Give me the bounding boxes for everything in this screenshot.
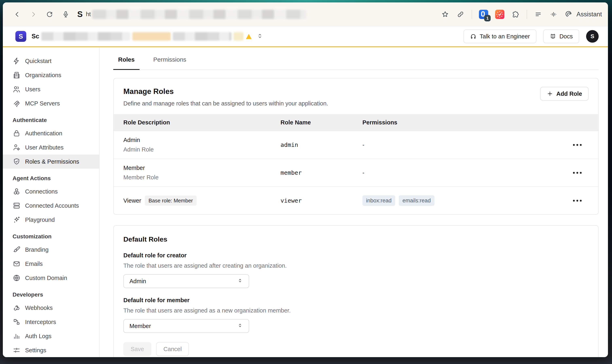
- member-role-select[interactable]: Member: [123, 319, 249, 333]
- microphone-icon[interactable]: [61, 10, 70, 19]
- permissions-empty: -: [362, 169, 565, 176]
- extensions-puzzle-icon[interactable]: [511, 10, 520, 19]
- app-logo[interactable]: S: [15, 31, 26, 42]
- role-row-viewer: Viewer Base role: Member viewer inbox:re…: [114, 186, 598, 214]
- paintbrush-icon: [13, 246, 21, 254]
- reading-list-icon[interactable]: [534, 10, 542, 19]
- chevron-up-down-icon: [256, 33, 263, 40]
- cubes-icon: [13, 187, 21, 195]
- manage-roles-card: Manage Roles Define and manage roles tha…: [113, 78, 599, 215]
- creator-role-description: The role that users are assigned after c…: [123, 262, 588, 269]
- role-name-text: Member: [123, 165, 280, 171]
- plus-icon: [547, 91, 553, 97]
- stacked-cards-icon: [13, 202, 21, 210]
- sidebar-item-playground[interactable]: Playground: [3, 213, 99, 227]
- url-redacted: [92, 10, 306, 19]
- sidebar-section-authenticate: Authenticate: [3, 114, 99, 126]
- extension-badge: 1: [484, 15, 491, 21]
- voice-waveform-icon[interactable]: [549, 10, 558, 19]
- row-menu-button[interactable]: [573, 200, 582, 202]
- default-roles-card: Default Roles Default role for creator T…: [113, 225, 599, 357]
- mail-icon: [13, 260, 21, 268]
- role-slug: admin: [280, 141, 362, 148]
- sidebar-item-quickstart[interactable]: Quickstart: [3, 54, 99, 68]
- row-menu-button[interactable]: [573, 172, 582, 174]
- sidebar-item-mcp-servers[interactable]: MCP Servers: [3, 96, 99, 110]
- users-icon: [13, 85, 21, 93]
- timer-extension-icon[interactable]: [495, 10, 504, 19]
- column-role-description: Role Description: [123, 119, 280, 126]
- docs-button[interactable]: Docs: [543, 29, 579, 43]
- sidebar-label: Auth Logs: [25, 333, 52, 339]
- row-menu-button[interactable]: [573, 144, 582, 146]
- desktop-wallpaper: S ht 1 Assistant: [0, 0, 612, 364]
- app-header: S Sc Talk to an Engineer Docs S: [3, 26, 608, 47]
- sidebar-item-branding[interactable]: Branding: [3, 243, 99, 257]
- chevron-up-down-icon: [237, 322, 243, 330]
- talk-button-label: Talk to an Engineer: [480, 33, 530, 40]
- add-role-button[interactable]: Add Role: [540, 87, 588, 101]
- env-badge-redacted: [132, 32, 171, 41]
- forward-icon[interactable]: [29, 10, 38, 19]
- sidebar-item-custom-domain[interactable]: Custom Domain: [3, 271, 99, 285]
- user-gear-icon: [13, 143, 21, 152]
- sidebar-item-connections[interactable]: Connections: [3, 184, 99, 199]
- sidebar-item-interceptors[interactable]: Interceptors: [3, 315, 99, 329]
- role-name-text: Viewer: [123, 197, 141, 204]
- sidebar-item-user-attributes[interactable]: User Attributes: [3, 140, 99, 155]
- assistant-button[interactable]: Assistant: [565, 10, 602, 19]
- warning-redacted: [233, 32, 244, 41]
- sidebar-item-webhooks[interactable]: Webhooks: [3, 301, 99, 315]
- sidebar-item-roles-permissions[interactable]: Roles & Permissions: [3, 155, 99, 169]
- webhook-icon: [13, 304, 21, 312]
- permission-badge: inbox:read: [362, 195, 395, 206]
- sidebar-label: Webhooks: [25, 305, 53, 311]
- sidebar-item-users[interactable]: Users: [3, 82, 99, 96]
- sidebar-item-emails[interactable]: Emails: [3, 257, 99, 271]
- globe-icon: [13, 274, 21, 282]
- project-switcher[interactable]: Sc: [31, 32, 263, 41]
- interceptor-icon: [13, 318, 21, 326]
- sidebar-label: Roles & Permissions: [25, 158, 79, 165]
- sidebar-item-authentication[interactable]: Authentication: [3, 126, 99, 140]
- sidebar-item-settings[interactable]: Settings: [3, 343, 99, 357]
- tab-permissions[interactable]: Permissions: [148, 56, 191, 70]
- toolbar-divider: [472, 10, 472, 19]
- assistant-label: Assistant: [576, 11, 602, 18]
- user-avatar[interactable]: S: [586, 30, 599, 43]
- save-button[interactable]: Save: [123, 342, 151, 356]
- default-roles-title: Default Roles: [123, 235, 588, 243]
- copy-link-icon[interactable]: [456, 10, 465, 19]
- zap-icon: [13, 57, 21, 65]
- warning-icon: [246, 34, 251, 39]
- creator-role-value: Admin: [129, 278, 146, 285]
- sidebar-label: Users: [25, 86, 41, 93]
- site-favicon: S: [77, 10, 83, 19]
- sidebar-label: Playground: [25, 217, 55, 223]
- sidebar-item-organizations[interactable]: Organizations: [3, 68, 99, 82]
- permissions-empty: -: [362, 142, 565, 148]
- password-manager-extension-icon[interactable]: 1: [479, 10, 488, 19]
- sidebar-section-customization: Customization: [3, 231, 99, 243]
- lock-icon: [13, 129, 21, 137]
- sidebar-label: Quickstart: [25, 58, 52, 65]
- role-description-text: Admin Role: [123, 146, 280, 153]
- shield-check-icon: [13, 157, 21, 166]
- add-role-label: Add Role: [556, 91, 582, 97]
- sidebar-item-connected-accounts[interactable]: Connected Accounts: [3, 199, 99, 213]
- sidebar-label: Custom Domain: [25, 275, 67, 281]
- tab-roles[interactable]: Roles: [113, 56, 139, 70]
- role-description-text: Member Role: [123, 174, 280, 181]
- main-content: Roles Permissions Manage Roles Define an…: [99, 47, 608, 357]
- creator-role-select[interactable]: Admin: [123, 274, 249, 288]
- creator-role-label: Default role for creator: [123, 252, 588, 259]
- cancel-button[interactable]: Cancel: [156, 342, 189, 356]
- url-text[interactable]: ht: [86, 11, 91, 18]
- sidebar: Quickstart Organizations Users MCP Serve…: [3, 47, 99, 357]
- bookmark-star-icon[interactable]: [441, 10, 449, 19]
- back-icon[interactable]: [13, 10, 21, 19]
- talk-to-engineer-button[interactable]: Talk to an Engineer: [464, 29, 536, 43]
- reload-icon[interactable]: [45, 10, 54, 19]
- sidebar-item-auth-logs[interactable]: Auth Logs: [3, 329, 99, 343]
- column-permissions: Permissions: [362, 119, 565, 126]
